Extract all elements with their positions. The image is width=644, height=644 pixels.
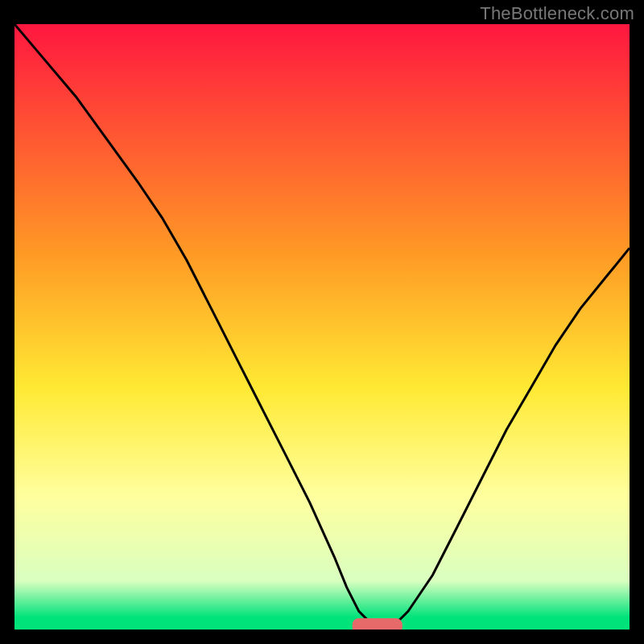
optimal-range-marker (353, 619, 402, 630)
plot-svg (14, 24, 630, 630)
gradient-background (14, 24, 630, 630)
plot-area (14, 24, 630, 630)
watermark-text: TheBottleneck.com (480, 3, 634, 24)
chart-frame: TheBottleneck.com (0, 0, 644, 644)
